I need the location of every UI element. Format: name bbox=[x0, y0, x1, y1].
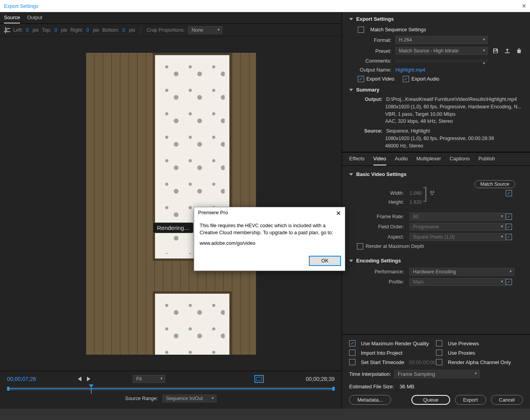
crop-top-unit: pix bbox=[61, 27, 67, 33]
time-interp-dropdown[interactable]: Frame Sampling bbox=[394, 370, 480, 378]
cancel-button[interactable]: Cancel bbox=[491, 395, 523, 405]
summary-header: Summary bbox=[356, 87, 379, 93]
use-proxies-label: Use Proxies bbox=[448, 350, 475, 356]
timeline-scrubber[interactable] bbox=[7, 387, 335, 391]
export-video-checkbox[interactable] bbox=[358, 76, 364, 82]
delete-preset-icon[interactable] bbox=[515, 47, 523, 54]
crop-proportions-label: Crop Proportions: bbox=[146, 27, 185, 33]
crop-right-value[interactable]: 0 bbox=[87, 27, 89, 33]
dialog-body-text: This file requires the HEVC codec which … bbox=[200, 223, 339, 236]
max-depth-checkbox[interactable] bbox=[357, 243, 363, 249]
crop-left-unit: pix bbox=[32, 27, 39, 33]
use-previews-checkbox[interactable] bbox=[436, 340, 442, 346]
queue-button[interactable]: Queue bbox=[411, 395, 450, 405]
summary-source-key: Source: bbox=[361, 127, 382, 135]
match-source-button[interactable]: Match Source bbox=[474, 180, 515, 188]
output-name-link[interactable]: Highlight.mp4 bbox=[395, 67, 425, 73]
export-button[interactable]: Export bbox=[455, 395, 486, 405]
fieldorder-match-checkbox[interactable] bbox=[506, 224, 512, 230]
width-value[interactable]: 1.080 bbox=[409, 190, 422, 196]
export-audio-checkbox[interactable] bbox=[403, 76, 409, 82]
max-render-checkbox[interactable] bbox=[349, 340, 355, 346]
basic-video-header: Basic Video Settings bbox=[356, 171, 406, 177]
crop-bottom-value[interactable]: 0 bbox=[123, 27, 125, 33]
time-interp-label: Time Interpolation: bbox=[349, 371, 391, 377]
tab-captions[interactable]: Captions bbox=[450, 156, 470, 165]
crop-proportions-dropdown[interactable]: None bbox=[188, 26, 222, 34]
import-preset-icon[interactable] bbox=[503, 47, 511, 54]
crop-icon[interactable] bbox=[4, 27, 10, 33]
window-titlebar: Export Settings × bbox=[0, 0, 530, 12]
tab-publish[interactable]: Publish bbox=[478, 156, 495, 165]
chevron-down-icon[interactable] bbox=[349, 89, 353, 91]
playhead-timecode[interactable]: 00;00;07;26 bbox=[7, 376, 36, 382]
height-value[interactable]: 1.920 bbox=[409, 199, 422, 205]
fieldorder-label: Field Order: bbox=[349, 224, 404, 230]
max-render-label: Use Maximum Render Quality bbox=[361, 341, 429, 346]
render-alpha-label: Render Alpha Channel Only bbox=[448, 359, 511, 365]
framerate-match-checkbox[interactable] bbox=[506, 214, 512, 220]
comments-input[interactable] bbox=[395, 60, 488, 62]
format-label: Format: bbox=[349, 37, 391, 43]
comments-label: Comments: bbox=[349, 58, 391, 64]
aspect-dropdown[interactable]: Square Pixels (1,0) bbox=[409, 233, 506, 241]
tab-source[interactable]: Source bbox=[4, 14, 20, 23]
match-sequence-label: Match Sequence Settings bbox=[370, 27, 426, 32]
crop-top-label: Top: bbox=[42, 27, 51, 33]
source-range-label: Source Range: bbox=[125, 396, 158, 401]
tab-output[interactable]: Output bbox=[27, 14, 42, 23]
crop-left-label: Left: bbox=[13, 27, 23, 33]
summary-output-path: D:\Proj...KreasiKreatif Furniture\Video\… bbox=[386, 97, 517, 102]
summary-output-line4: AAC, 320 kbps, 48 kHz, Stereo bbox=[361, 118, 523, 125]
use-previews-label: Use Previews bbox=[448, 341, 479, 346]
duration-timecode: 00;00;28;39 bbox=[306, 376, 335, 382]
tab-audio[interactable]: Audio bbox=[395, 156, 408, 165]
set-start-tc-label: Set Start Timecode bbox=[361, 359, 404, 365]
profile-match-checkbox[interactable] bbox=[506, 279, 512, 285]
export-settings-header: Export Settings bbox=[356, 16, 394, 22]
step-forward-icon[interactable] bbox=[87, 377, 90, 381]
dialog-title: Premiere Pro bbox=[198, 210, 228, 217]
metadata-button[interactable]: Metadata... bbox=[349, 395, 391, 405]
import-project-checkbox[interactable] bbox=[349, 350, 355, 356]
use-proxies-checkbox[interactable] bbox=[436, 350, 442, 356]
fieldorder-dropdown[interactable]: Progressive bbox=[409, 223, 506, 231]
zoom-fit-dropdown[interactable]: Fit bbox=[133, 375, 165, 383]
render-alpha-checkbox[interactable] bbox=[436, 359, 442, 365]
aspect-label: Aspect: bbox=[349, 234, 404, 240]
set-start-tc-value: 00;00;00;00 bbox=[409, 359, 436, 365]
tab-multiplexer[interactable]: Multiplexer bbox=[416, 156, 441, 165]
save-preset-icon[interactable] bbox=[492, 47, 499, 54]
preset-dropdown[interactable]: Match Source - High bitrate bbox=[395, 47, 488, 55]
crop-right-label: Right: bbox=[70, 27, 83, 33]
dimension-brace: ] bbox=[423, 189, 427, 197]
dialog-ok-button[interactable]: OK bbox=[309, 256, 341, 266]
match-sequence-checkbox[interactable] bbox=[358, 27, 364, 33]
close-icon[interactable]: × bbox=[522, 2, 526, 10]
set-start-tc-checkbox[interactable] bbox=[349, 359, 355, 365]
dialog-close-icon[interactable]: ✕ bbox=[336, 210, 341, 217]
width-match-checkbox[interactable] bbox=[506, 190, 512, 196]
crop-bottom-unit: pix bbox=[129, 27, 135, 33]
dialog-link[interactable]: www.adobe.com/go/video bbox=[200, 240, 339, 247]
format-dropdown[interactable]: H.264 bbox=[395, 36, 488, 44]
profile-dropdown[interactable]: Main bbox=[409, 278, 506, 286]
aspect-match-checkbox[interactable] bbox=[506, 234, 512, 240]
summary-source-line2: 1080x1920 (1,0), 60 fps, Progressive, 00… bbox=[361, 135, 523, 142]
max-depth-label: Render at Maximum Depth bbox=[366, 244, 424, 249]
performance-dropdown[interactable]: Hardware Encoding bbox=[409, 268, 514, 276]
framerate-dropdown[interactable]: 60 bbox=[409, 213, 506, 221]
crop-left-value[interactable]: 0 bbox=[26, 27, 29, 33]
chevron-down-icon[interactable] bbox=[349, 173, 353, 176]
source-range-dropdown[interactable]: Sequence In/Out bbox=[162, 395, 216, 402]
performance-label: Performance: bbox=[349, 269, 404, 275]
encoding-header: Encoding Settings bbox=[356, 258, 401, 264]
tab-effects[interactable]: Effects bbox=[349, 156, 365, 165]
tab-video[interactable]: Video bbox=[373, 156, 386, 165]
safe-margins-icon[interactable] bbox=[254, 375, 264, 383]
crop-top-value[interactable]: 0 bbox=[54, 27, 57, 33]
link-dimensions-icon[interactable] bbox=[429, 190, 435, 197]
chevron-down-icon[interactable] bbox=[349, 18, 353, 20]
step-back-icon[interactable] bbox=[78, 377, 81, 381]
chevron-down-icon[interactable] bbox=[349, 260, 353, 262]
